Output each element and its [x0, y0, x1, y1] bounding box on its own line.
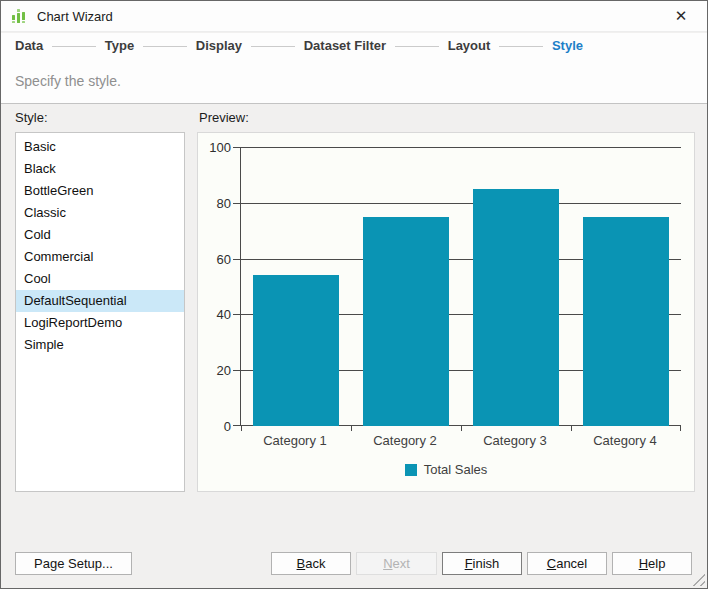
step-connector: [143, 46, 187, 47]
step-dataset-filter[interactable]: Dataset Filter: [304, 38, 386, 53]
step-connector: [52, 46, 96, 47]
preview-label: Preview:: [199, 110, 249, 125]
style-item-commercial[interactable]: Commercial: [16, 246, 184, 268]
style-list[interactable]: BasicBlackBottleGreenClassicColdCommerci…: [15, 132, 185, 492]
title-bar: Chart Wizard ✕: [1, 1, 707, 32]
resize-grip[interactable]: [692, 573, 705, 586]
x-tick-label: Category 3: [460, 433, 570, 448]
x-tick: [680, 426, 681, 431]
chart-wizard-dialog: Chart Wizard ✕ DataTypeDisplayDataset Fi…: [0, 0, 708, 589]
step-display[interactable]: Display: [196, 38, 242, 53]
y-tick-label: 0: [224, 419, 231, 434]
close-icon[interactable]: ✕: [664, 1, 698, 32]
style-item-black[interactable]: Black: [16, 158, 184, 180]
x-axis-labels: Category 1Category 2Category 3Category 4: [240, 433, 680, 448]
x-tick-label: Category 2: [350, 433, 460, 448]
bar-category-2: [363, 217, 450, 426]
wizard-subtitle: Specify the style.: [15, 73, 121, 89]
x-tick-label: Category 1: [240, 433, 350, 448]
chart-legend: Total Sales: [198, 462, 694, 477]
bar-category-1: [253, 275, 340, 426]
chart-wizard-app-icon: [10, 7, 28, 25]
y-tick-40: [233, 314, 241, 315]
y-tick-label: 40: [217, 307, 231, 322]
legend-label: Total Sales: [424, 462, 488, 477]
style-item-logireportdemo[interactable]: LogiReportDemo: [16, 312, 184, 334]
y-tick-label: 60: [217, 251, 231, 266]
y-tick-label: 100: [209, 140, 231, 155]
step-connector: [395, 46, 439, 47]
finish-button[interactable]: Finish: [442, 552, 522, 575]
step-connector: [499, 46, 543, 47]
back-button[interactable]: Back: [271, 552, 351, 575]
x-tick: [571, 426, 572, 431]
legend-swatch: [405, 464, 417, 476]
y-tick-80: [233, 203, 241, 204]
window-title: Chart Wizard: [37, 9, 113, 24]
step-style[interactable]: Style: [552, 38, 583, 53]
style-list-label: Style:: [15, 110, 48, 125]
x-tick: [351, 426, 352, 431]
y-tick-label: 20: [217, 363, 231, 378]
gridline-80: [241, 203, 681, 204]
x-tick: [461, 426, 462, 431]
bar-category-4: [583, 217, 670, 426]
wizard-steps: DataTypeDisplayDataset FilterLayoutStyle: [1, 33, 707, 58]
chart-plot: [240, 147, 681, 426]
x-tick-label: Category 4: [570, 433, 680, 448]
page-setup-button[interactable]: Page Setup...: [15, 552, 132, 575]
step-type[interactable]: Type: [105, 38, 134, 53]
y-tick-20: [233, 370, 241, 371]
y-tick-60: [233, 259, 241, 260]
next-button: Next: [356, 552, 437, 575]
y-tick-100: [233, 147, 241, 148]
gridline-100: [241, 147, 681, 148]
style-item-simple[interactable]: Simple: [16, 334, 184, 356]
style-item-cool[interactable]: Cool: [16, 268, 184, 290]
style-item-defaultsequential[interactable]: DefaultSequential: [16, 290, 184, 312]
y-axis-labels: 020406080100: [200, 147, 234, 426]
step-layout[interactable]: Layout: [448, 38, 491, 53]
style-item-basic[interactable]: Basic: [16, 136, 184, 158]
cancel-button[interactable]: Cancel: [527, 552, 607, 575]
chart-preview: 020406080100 Category 1Category 2Categor…: [197, 132, 695, 492]
step-connector: [251, 46, 295, 47]
help-button[interactable]: Help: [612, 552, 692, 575]
step-data[interactable]: Data: [15, 38, 43, 53]
bar-category-3: [473, 189, 560, 426]
style-item-bottlegreen[interactable]: BottleGreen: [16, 180, 184, 202]
style-item-classic[interactable]: Classic: [16, 202, 184, 224]
y-tick-0: [233, 425, 241, 426]
x-tick: [241, 426, 242, 431]
style-item-cold[interactable]: Cold: [16, 224, 184, 246]
y-tick-label: 80: [217, 195, 231, 210]
subtitle-row: Specify the style.: [1, 58, 707, 104]
